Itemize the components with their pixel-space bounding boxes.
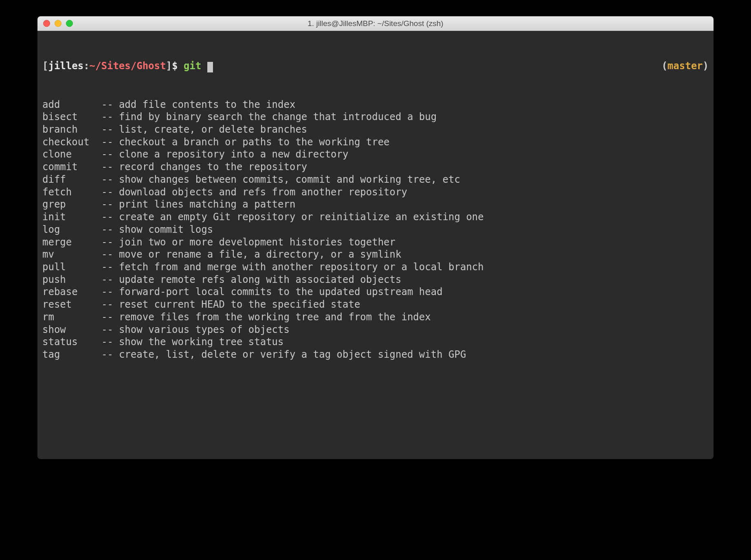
completion-desc: show changes between commits, commit and… [119, 173, 460, 186]
completion-list: add--add file contents to the indexbisec… [42, 98, 709, 361]
completion-desc: record changes to the repository [119, 161, 307, 173]
completion-row[interactable]: log--show commit logs [42, 223, 709, 236]
completion-row[interactable]: reset--reset current HEAD to the specifi… [42, 298, 709, 311]
completion-row[interactable]: tag--create, list, delete or verify a ta… [42, 348, 709, 361]
completion-cmd: mv [42, 248, 101, 261]
titlebar[interactable]: 1. jilles@JillesMBP: ~/Sites/Ghost (zsh) [37, 16, 714, 31]
completion-cmd: fetch [42, 186, 101, 199]
completion-separator: -- [101, 161, 113, 173]
completion-separator: -- [101, 324, 113, 336]
completion-desc: create an empty Git repository or reinit… [119, 211, 484, 223]
completion-cmd: bisect [42, 111, 101, 123]
completion-row[interactable]: rebase--forward-port local commits to th… [42, 286, 709, 298]
completion-desc: find by binary search the change that in… [119, 111, 437, 123]
cursor [207, 62, 213, 72]
completion-cmd: merge [42, 236, 101, 249]
completion-separator: -- [101, 111, 113, 123]
completion-separator: -- [101, 173, 113, 186]
completion-cmd: show [42, 324, 101, 336]
completion-separator: -- [101, 248, 113, 261]
completion-row[interactable]: add--add file contents to the index [42, 98, 709, 111]
completion-cmd: grep [42, 198, 101, 211]
prompt-dollar: $ [172, 60, 184, 72]
terminal-body[interactable]: [jilles:~/Sites/Ghost]$ git (master) add… [37, 31, 714, 459]
completion-row[interactable]: mv--move or rename a file, a directory, … [42, 248, 709, 261]
completion-cmd: clone [42, 148, 101, 161]
completion-desc: show various types of objects [119, 324, 290, 336]
close-button[interactable] [43, 20, 50, 27]
completion-row[interactable]: init--create an empty Git repository or … [42, 211, 709, 223]
completion-row[interactable]: commit--record changes to the repository [42, 161, 709, 173]
completion-separator: -- [101, 186, 113, 199]
completion-row[interactable]: diff--show changes between commits, comm… [42, 173, 709, 186]
completion-separator: -- [101, 348, 113, 361]
completion-separator: -- [101, 98, 113, 111]
completion-cmd: pull [42, 261, 101, 273]
maximize-button[interactable] [66, 20, 73, 27]
completion-row[interactable]: checkout--checkout a branch or paths to … [42, 136, 709, 149]
completion-row[interactable]: grep--print lines matching a pattern [42, 198, 709, 211]
completion-cmd: log [42, 223, 101, 236]
completion-desc: checkout a branch or paths to the workin… [119, 136, 390, 149]
completion-desc: clone a repository into a new directory [119, 148, 349, 161]
completion-row[interactable]: bisect--find by binary search the change… [42, 111, 709, 123]
completion-cmd: reset [42, 298, 101, 311]
window-title: 1. jilles@JillesMBP: ~/Sites/Ghost (zsh) [42, 19, 709, 28]
completion-separator: -- [101, 123, 113, 136]
completion-separator: -- [101, 298, 113, 311]
prompt-colon: : [83, 60, 89, 72]
completion-desc: create, list, delete or verify a tag obj… [119, 348, 466, 361]
completion-row[interactable]: push--update remote refs along with asso… [42, 273, 709, 286]
completion-desc: update remote refs along with associated… [119, 273, 402, 286]
completion-cmd: init [42, 211, 101, 223]
completion-desc: print lines matching a pattern [119, 198, 295, 211]
completion-row[interactable]: merge--join two or more development hist… [42, 236, 709, 249]
completion-separator: -- [101, 261, 113, 273]
completion-desc: download objects and refs from another r… [119, 186, 407, 199]
completion-desc: list, create, or delete branches [119, 123, 307, 136]
terminal-window: 1. jilles@JillesMBP: ~/Sites/Ghost (zsh)… [37, 16, 714, 459]
completion-desc: join two or more development histories t… [119, 236, 395, 249]
completion-separator: -- [101, 136, 113, 149]
prompt-left: [jilles:~/Sites/Ghost]$ git [42, 60, 213, 72]
completion-desc: show commit logs [119, 223, 213, 236]
completion-row[interactable]: fetch--download objects and refs from an… [42, 186, 709, 199]
completion-desc: show the working tree status [119, 336, 284, 348]
completion-desc: forward-port local commits to the update… [119, 286, 443, 298]
completion-row[interactable]: rm--remove files from the working tree a… [42, 311, 709, 324]
completion-row[interactable]: branch--list, create, or delete branches [42, 123, 709, 136]
completion-separator: -- [101, 286, 113, 298]
completion-cmd: branch [42, 123, 101, 136]
completion-separator: -- [101, 198, 113, 211]
branch-name: master [668, 60, 703, 72]
completion-desc: add file contents to the index [119, 98, 295, 111]
prompt-user: jilles [48, 60, 83, 72]
completion-cmd: rebase [42, 286, 101, 298]
completion-separator: -- [101, 236, 113, 249]
completion-desc: reset current HEAD to the specified stat… [119, 298, 360, 311]
completion-cmd: add [42, 98, 101, 111]
completion-desc: move or rename a file, a directory, or a… [119, 248, 402, 261]
prompt-path: ~/Sites/Ghost [90, 60, 166, 72]
completion-separator: -- [101, 223, 113, 236]
completion-separator: -- [101, 211, 113, 223]
completion-cmd: rm [42, 311, 101, 324]
completion-row[interactable]: status--show the working tree status [42, 336, 709, 348]
completion-separator: -- [101, 273, 113, 286]
prompt-line: [jilles:~/Sites/Ghost]$ git (master) [42, 60, 709, 72]
completion-desc: fetch from and merge with another reposi… [119, 261, 484, 273]
prompt-close-bracket: ] [166, 60, 171, 72]
completion-separator: -- [101, 311, 113, 324]
completion-cmd: diff [42, 173, 101, 186]
completion-cmd: status [42, 336, 101, 348]
completion-row[interactable]: pull--fetch from and merge with another … [42, 261, 709, 273]
prompt-command: git [184, 60, 207, 72]
git-branch-indicator: (master) [661, 60, 709, 72]
completion-row[interactable]: show--show various types of objects [42, 324, 709, 336]
completion-cmd: tag [42, 348, 101, 361]
completion-row[interactable]: clone--clone a repository into a new dir… [42, 148, 709, 161]
completion-separator: -- [101, 148, 113, 161]
completion-cmd: push [42, 273, 101, 286]
completion-cmd: checkout [42, 136, 101, 149]
minimize-button[interactable] [55, 20, 61, 27]
